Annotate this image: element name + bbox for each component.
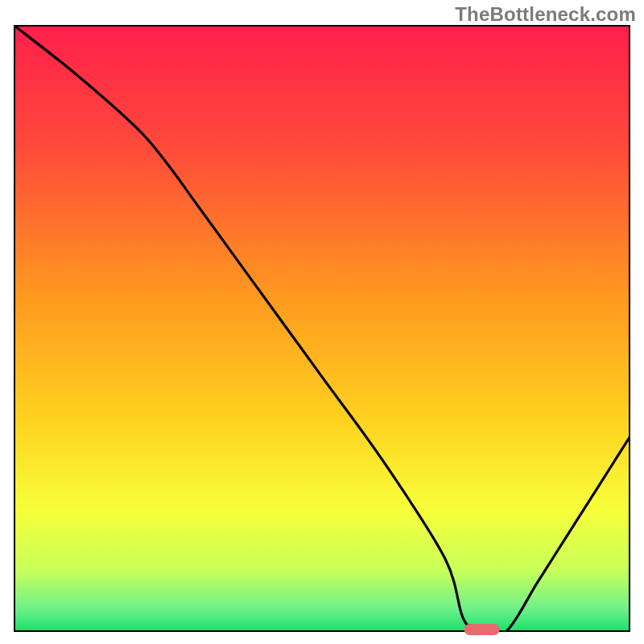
chart-stage: TheBottleneck.com <box>0 0 644 644</box>
bottleneck-chart <box>0 0 644 644</box>
watermark-label: TheBottleneck.com <box>455 3 636 26</box>
optimal-point-marker <box>464 624 500 635</box>
heat-gradient-rect <box>14 26 630 631</box>
